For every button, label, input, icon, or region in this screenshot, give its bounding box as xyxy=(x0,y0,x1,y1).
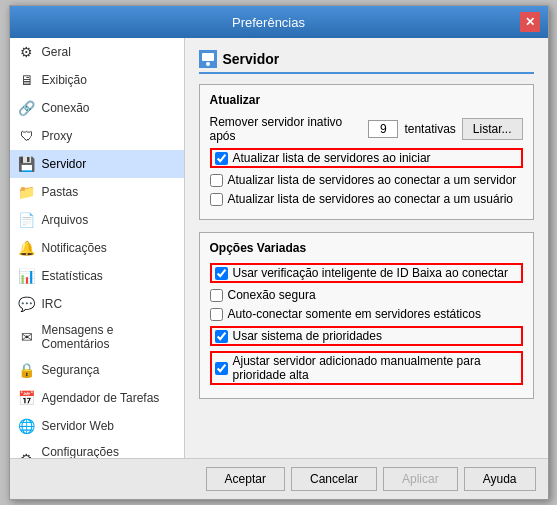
opcoes-checkbox4-row: Usar sistema de prioridades xyxy=(210,326,523,346)
opcoes-checkbox3-row: Auto-conectar somente em servidores está… xyxy=(210,307,523,321)
title-bar: Preferências ✕ xyxy=(10,6,548,38)
main-content: ⚙Geral🖥Exibição🔗Conexão🛡Proxy💾Servidor📁P… xyxy=(10,38,548,458)
update-checkbox3[interactable] xyxy=(210,193,223,206)
sidebar-icon: 🖥 xyxy=(18,71,36,89)
panel-heading: Servidor xyxy=(223,51,280,67)
aceptar-button[interactable]: Aceptar xyxy=(206,467,285,491)
remover-label: Remover servidor inativo após xyxy=(210,115,363,143)
update-checkbox2-label: Atualizar lista de servidores ao conecta… xyxy=(228,173,517,187)
aplicar-button[interactable]: Aplicar xyxy=(383,467,458,491)
sidebar-label: Segurança xyxy=(42,363,100,377)
sidebar-icon: 📁 xyxy=(18,183,36,201)
opcoes-checkbox2-label: Conexão segura xyxy=(228,288,316,302)
opcoes-checkbox2[interactable] xyxy=(210,289,223,302)
sidebar-item-irc[interactable]: 💬IRC xyxy=(10,290,184,318)
sidebar-item-geral[interactable]: ⚙Geral xyxy=(10,38,184,66)
close-button[interactable]: ✕ xyxy=(520,12,540,32)
sidebar-label: Pastas xyxy=(42,185,79,199)
sidebar-icon: 📅 xyxy=(18,389,36,407)
sidebar-item-proxy[interactable]: 🛡Proxy xyxy=(10,122,184,150)
update-checkbox2[interactable] xyxy=(210,174,223,187)
sidebar-label: Exibição xyxy=(42,73,87,87)
update-group: Atualizar Remover servidor inativo após … xyxy=(199,84,534,220)
listar-button[interactable]: Listar... xyxy=(462,118,523,140)
opcoes-checkbox4[interactable] xyxy=(215,330,228,343)
sidebar-item-servidor-web[interactable]: 🌐Servidor Web xyxy=(10,412,184,440)
update-checkbox3-row: Atualizar lista de servidores ao conecta… xyxy=(210,192,523,206)
sidebar-label: Agendador de Tarefas xyxy=(42,391,160,405)
tentativas-input[interactable] xyxy=(368,120,398,138)
update-group-label: Atualizar xyxy=(210,93,523,107)
update-checkbox3-label: Atualizar lista de servidores ao conecta… xyxy=(228,192,513,206)
sidebar-icon: ⚙ xyxy=(18,43,36,61)
svg-rect-1 xyxy=(202,53,214,61)
sidebar-icon: 📊 xyxy=(18,267,36,285)
sidebar-icon: ✉ xyxy=(18,328,36,346)
sidebar-label: Geral xyxy=(42,45,71,59)
sidebar-label: Servidor xyxy=(42,157,87,171)
opcoes-checkbox2-row: Conexão segura xyxy=(210,288,523,302)
opcoes-checkbox5[interactable] xyxy=(215,362,228,375)
sidebar-icon: 📄 xyxy=(18,211,36,229)
sidebar-item-agendador-de-tarefas[interactable]: 📅Agendador de Tarefas xyxy=(10,384,184,412)
opcoes-checkbox1-row: Usar verificação inteligente de ID Baixa… xyxy=(210,263,523,283)
opcoes-group-label: Opções Variadas xyxy=(210,241,523,255)
sidebar-icon: 🔒 xyxy=(18,361,36,379)
cancelar-button[interactable]: Cancelar xyxy=(291,467,377,491)
preferences-window: Preferências ✕ ⚙Geral🖥Exibição🔗Conexão🛡P… xyxy=(9,5,549,500)
sidebar-label: Notificações xyxy=(42,241,107,255)
sidebar-icon: 🔔 xyxy=(18,239,36,257)
opcoes-checkbox4-label: Usar sistema de prioridades xyxy=(233,329,382,343)
sidebar-label: Arquivos xyxy=(42,213,89,227)
sidebar-label: Proxy xyxy=(42,129,73,143)
tentativas-suffix: tentativas xyxy=(404,122,455,136)
sidebar-item-estatísticas[interactable]: 📊Estatísticas xyxy=(10,262,184,290)
app-window: Preferências ✕ ⚙Geral🖥Exibição🔗Conexão🛡P… xyxy=(9,5,549,500)
sidebar-item-arquivos[interactable]: 📄Arquivos xyxy=(10,206,184,234)
opcoes-checkbox5-label: Ajustar servidor adicionado manualmente … xyxy=(233,354,518,382)
sidebar-label: Servidor Web xyxy=(42,419,114,433)
update-checkbox1[interactable] xyxy=(215,152,228,165)
sidebar-icon: ⚙ xyxy=(18,450,36,458)
sidebar-icon: 💬 xyxy=(18,295,36,313)
sidebar-item-segurança[interactable]: 🔒Segurança xyxy=(10,356,184,384)
opcoes-group: Opções Variadas Usar verificação intelig… xyxy=(199,232,534,399)
sidebar-label: Mensagens e Comentários xyxy=(42,323,176,351)
main-panel: Servidor Atualizar Remover servidor inat… xyxy=(185,38,548,458)
window-title: Preferências xyxy=(18,15,520,30)
sidebar-icon: 🛡 xyxy=(18,127,36,145)
opcoes-checkbox3-label: Auto-conectar somente em servidores está… xyxy=(228,307,481,321)
sidebar-icon: 💾 xyxy=(18,155,36,173)
panel-title-icon xyxy=(199,50,217,68)
sidebar-item-exibição[interactable]: 🖥Exibição xyxy=(10,66,184,94)
sidebar-label: IRC xyxy=(42,297,63,311)
sidebar-item-mensagens-e-comentários[interactable]: ✉Mensagens e Comentários xyxy=(10,318,184,356)
svg-point-2 xyxy=(206,62,210,66)
sidebar-item-conexão[interactable]: 🔗Conexão xyxy=(10,94,184,122)
sidebar-label: Conexão xyxy=(42,101,90,115)
sidebar-label: Configurações Avançadas xyxy=(42,445,176,458)
opcoes-checkbox5-row: Ajustar servidor adicionado manualmente … xyxy=(210,351,523,385)
update-checkbox2-row: Atualizar lista de servidores ao conecta… xyxy=(210,173,523,187)
bottom-bar: Aceptar Cancelar Aplicar Ayuda xyxy=(10,458,548,499)
sidebar-item-pastas[interactable]: 📁Pastas xyxy=(10,178,184,206)
opcoes-checkbox1[interactable] xyxy=(215,267,228,280)
sidebar-item-configurações-avançadas[interactable]: ⚙Configurações Avançadas xyxy=(10,440,184,458)
sidebar: ⚙Geral🖥Exibição🔗Conexão🛡Proxy💾Servidor📁P… xyxy=(10,38,185,458)
update-checkbox1-row: Atualizar lista de servidores ao iniciar xyxy=(210,148,523,168)
tentativas-row: Remover servidor inativo após tentativas… xyxy=(210,115,523,143)
opcoes-checkbox1-label: Usar verificação inteligente de ID Baixa… xyxy=(233,266,508,280)
sidebar-icon: 🔗 xyxy=(18,99,36,117)
sidebar-icon: 🌐 xyxy=(18,417,36,435)
sidebar-label: Estatísticas xyxy=(42,269,103,283)
panel-title: Servidor xyxy=(199,50,534,74)
update-checkbox1-label: Atualizar lista de servidores ao iniciar xyxy=(233,151,431,165)
sidebar-item-servidor[interactable]: 💾Servidor xyxy=(10,150,184,178)
ayuda-button[interactable]: Ayuda xyxy=(464,467,536,491)
sidebar-item-notificações[interactable]: 🔔Notificações xyxy=(10,234,184,262)
opcoes-checkbox3[interactable] xyxy=(210,308,223,321)
